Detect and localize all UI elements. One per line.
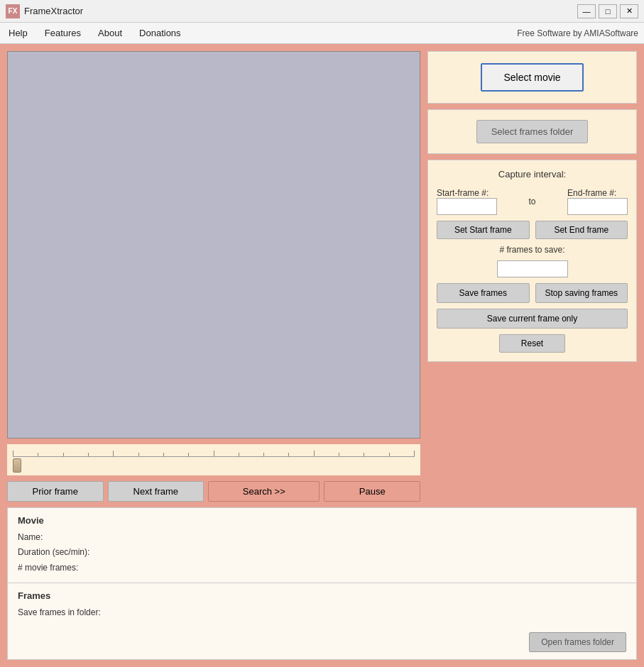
end-frame-label: End-frame #: <box>567 188 628 198</box>
title-bar-controls: — □ ✕ <box>577 4 638 18</box>
title-bar-left: FX FrameXtractor <box>6 4 83 18</box>
open-frames-folder-button[interactable]: Open frames folder <box>529 632 626 652</box>
reset-button[interactable]: Reset <box>499 334 565 353</box>
start-frame-group: Start-frame #: <box>437 188 497 215</box>
menu-item-help[interactable]: Help <box>6 26 31 40</box>
movie-name-row: Name: <box>18 530 626 546</box>
frames-to-save-input[interactable] <box>497 260 568 277</box>
movie-info-panel: Movie Name: Duration (sec/min): # movie … <box>7 507 637 584</box>
movie-section-title: Movie <box>18 515 626 526</box>
close-button[interactable]: ✕ <box>620 4 638 18</box>
bottom-section: Movie Name: Duration (sec/min): # movie … <box>0 502 644 667</box>
right-column: Select movie Select frames folder Captur… <box>427 51 637 502</box>
to-label: to <box>528 197 535 206</box>
tick-mark <box>263 453 264 456</box>
app-title: FrameXtractor <box>24 6 83 16</box>
menu-item-about[interactable]: About <box>95 26 125 40</box>
ruler-track <box>13 448 415 457</box>
tick-marks <box>13 451 415 456</box>
top-section: Prior frame Next frame Search >> Pause S… <box>0 44 644 502</box>
open-folder-row: Open frames folder <box>18 632 626 652</box>
tick-mark <box>389 453 390 456</box>
tick-mark <box>138 453 139 456</box>
capture-interval-title: Capture interval: <box>437 169 628 180</box>
frames-section-title: Frames <box>18 590 626 601</box>
prior-frame-button[interactable]: Prior frame <box>7 481 104 502</box>
handle-wrap <box>13 458 415 474</box>
frames-to-save-label: # frames to save: <box>437 245 628 255</box>
menu-item-features[interactable]: Features <box>42 26 84 40</box>
maximize-button[interactable]: □ <box>599 4 617 18</box>
title-bar: FX FrameXtractor — □ ✕ <box>0 0 644 23</box>
frame-buttons-row: Set Start frame Set End frame <box>437 221 628 239</box>
start-frame-input[interactable] <box>437 198 497 215</box>
frame-range-row: Start-frame #: to End-frame #: <box>437 188 628 215</box>
frames-info-panel: Frames Save frames in folder: Open frame… <box>7 583 637 660</box>
tick-mark <box>364 453 364 456</box>
save-buttons-row: Save frames Stop saving frames <box>437 283 628 303</box>
menu-item-donations[interactable]: Donations <box>136 26 184 40</box>
tick-mark <box>188 453 189 456</box>
tick-mark <box>113 451 114 456</box>
tick-mark <box>339 453 339 456</box>
stop-saving-button[interactable]: Stop saving frames <box>535 283 628 303</box>
app-icon: FX <box>6 4 20 18</box>
set-start-frame-button[interactable]: Set Start frame <box>437 221 530 239</box>
action-buttons-row: Prior frame Next frame Search >> Pause <box>7 481 420 502</box>
tick-mark <box>314 451 315 456</box>
select-movie-panel: Select movie <box>427 51 637 104</box>
save-frames-button[interactable]: Save frames <box>437 283 530 303</box>
select-folder-button[interactable]: Select frames folder <box>476 120 589 143</box>
set-end-frame-button[interactable]: Set End frame <box>535 221 628 239</box>
tick-mark <box>163 453 164 456</box>
select-movie-button[interactable]: Select movie <box>481 63 583 92</box>
select-folder-panel: Select frames folder <box>427 109 637 154</box>
next-frame-button[interactable]: Next frame <box>108 481 204 502</box>
menu-bar: Help Features About Donations Free Softw… <box>0 23 644 44</box>
save-frames-folder-row: Save frames in folder: <box>18 605 626 621</box>
scrubber-thumb[interactable] <box>13 458 21 473</box>
tick-mark <box>38 453 38 456</box>
start-frame-label: Start-frame #: <box>437 188 497 198</box>
tick-mark <box>239 453 239 456</box>
movie-duration-row: Duration (sec/min): <box>18 545 626 561</box>
save-current-row: Save current frame only <box>437 309 628 329</box>
end-frame-group: End-frame #: <box>567 188 628 215</box>
tick-mark <box>214 451 214 456</box>
tick-mark <box>88 453 89 456</box>
reset-row: Reset <box>437 334 628 353</box>
tick-mark <box>13 451 13 456</box>
left-column: Prior frame Next frame Search >> Pause <box>7 51 420 502</box>
movie-frames-row: # movie frames: <box>18 561 626 576</box>
tick-mark <box>63 453 64 456</box>
tick-mark <box>414 451 415 456</box>
main-layout: Prior frame Next frame Search >> Pause S… <box>0 44 644 667</box>
scrubber-wrap <box>7 444 420 475</box>
minimize-button[interactable]: — <box>577 4 596 18</box>
save-current-frame-button[interactable]: Save current frame only <box>437 309 628 329</box>
search-button[interactable]: Search >> <box>208 481 320 502</box>
free-software-label: Free Software by AMIASoftware <box>517 28 638 38</box>
capture-panel: Capture interval: Start-frame #: to End-… <box>427 160 637 362</box>
menu-items: Help Features About Donations <box>6 26 184 40</box>
video-preview <box>7 51 420 439</box>
tick-mark <box>288 453 289 456</box>
pause-button[interactable]: Pause <box>324 481 420 502</box>
end-frame-input[interactable] <box>567 198 628 215</box>
frames-to-save-row <box>437 260 628 277</box>
